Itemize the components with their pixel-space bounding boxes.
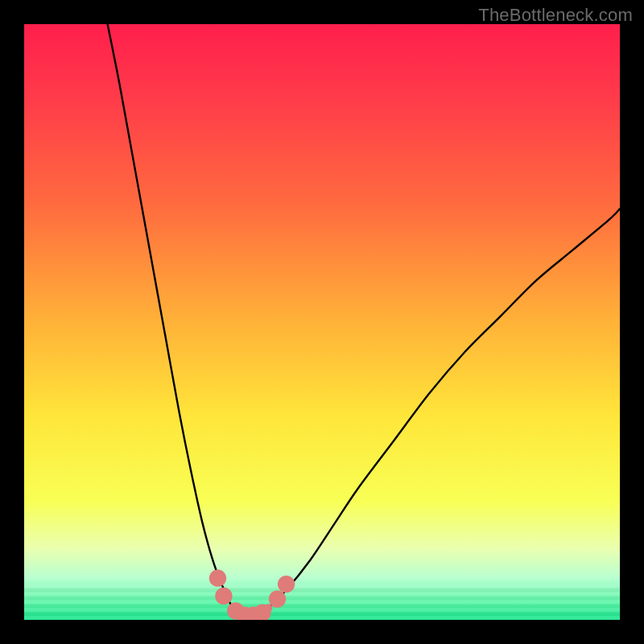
svg-rect-5 [24,604,620,608]
watermark-text: TheBottleneck.com [478,5,633,26]
right-marker-lower [269,590,286,607]
svg-rect-7 [24,612,620,616]
bottom-band [24,584,620,620]
svg-rect-8 [24,616,620,620]
svg-rect-2 [24,592,620,596]
svg-rect-0 [24,584,620,588]
svg-rect-4 [24,600,620,604]
outer-frame: TheBottleneck.com [0,0,644,644]
left-marker-lower [215,588,232,605]
right-marker-upper [278,576,295,592]
chart-svg [24,24,620,620]
svg-rect-1 [24,588,620,592]
svg-rect-6 [24,608,620,612]
chart-background [24,24,620,620]
left-marker-upper [209,570,226,587]
svg-rect-3 [24,596,620,600]
chart-plot-area [24,24,620,620]
